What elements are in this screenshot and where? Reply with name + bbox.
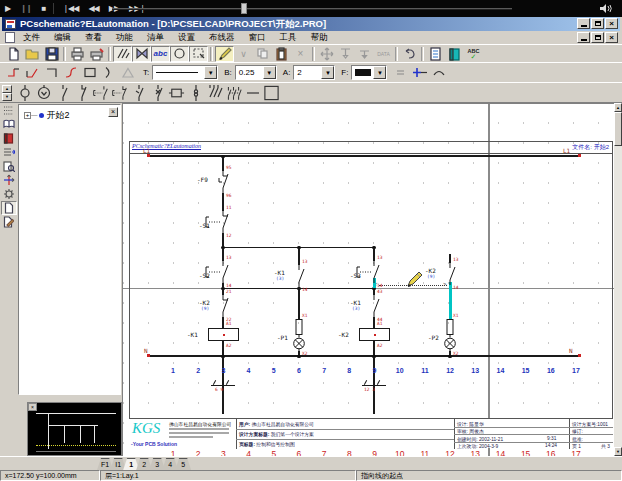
- page-data-button[interactable]: [426, 46, 445, 62]
- skip-back-icon[interactable]: ❘◀◀: [57, 4, 83, 13]
- draw-pencil-button[interactable]: [215, 46, 234, 62]
- child-close-button[interactable]: ×: [605, 32, 618, 43]
- v-tool-button[interactable]: ∨: [234, 46, 253, 62]
- symbol-switch-nc[interactable]: [72, 85, 91, 101]
- paste-button[interactable]: [272, 46, 291, 62]
- minimize-button[interactable]: [577, 18, 590, 29]
- document-icon[interactable]: [5, 32, 15, 43]
- open-button[interactable]: [23, 46, 42, 62]
- symbol-plug[interactable]: [186, 85, 205, 101]
- data-button[interactable]: DATA: [374, 46, 393, 62]
- move-tool-button[interactable]: [317, 46, 336, 62]
- symbols-tool-button[interactable]: [132, 46, 151, 62]
- transfer-down-button[interactable]: [336, 46, 355, 62]
- print-setup-button[interactable]: [87, 46, 106, 62]
- component-k2-no-contact[interactable]: [443, 263, 457, 285]
- settings-gear-button[interactable]: [1, 187, 17, 201]
- angle-select[interactable]: 2▼: [293, 65, 335, 80]
- title-bar[interactable]: PCschematic?ELautomation - [D:\PCSELCAD\…: [2, 17, 620, 31]
- lines-tool-button[interactable]: [113, 46, 132, 62]
- router-direction-button[interactable]: [1, 173, 17, 187]
- new-document-button[interactable]: [4, 46, 23, 62]
- color-select[interactable]: ▼: [351, 65, 387, 80]
- volume-icon[interactable]: [599, 3, 613, 14]
- play-icon[interactable]: ▶: [0, 4, 15, 13]
- component-p2-lamp[interactable]: [443, 319, 457, 353]
- object-list-button[interactable]: [1, 145, 17, 159]
- menu-item[interactable]: 功能: [109, 32, 140, 44]
- palette-scroll-down[interactable]: ▼: [2, 93, 12, 101]
- circle-tool-button[interactable]: [170, 46, 189, 62]
- component-k1-no-contact[interactable]: [292, 265, 306, 287]
- line-type-select[interactable]: ▼: [152, 65, 218, 80]
- symbol-box[interactable]: [262, 85, 281, 101]
- delete-button[interactable]: ×: [291, 46, 310, 62]
- page-tab[interactable]: F1: [97, 458, 113, 470]
- open-book-button[interactable]: [1, 117, 17, 131]
- symbol-menu-button[interactable]: [1, 103, 17, 117]
- arc-tool-button[interactable]: [99, 65, 118, 81]
- undo-button[interactable]: [400, 46, 419, 62]
- menu-item[interactable]: 设置: [171, 32, 202, 44]
- zoom-page-button[interactable]: [1, 159, 17, 173]
- component-k2-coil[interactable]: [359, 328, 390, 341]
- page-edit-button[interactable]: [1, 215, 17, 229]
- symbol-terminal-circle[interactable]: [15, 85, 34, 101]
- print-button[interactable]: [68, 46, 87, 62]
- component-k2-nc-contact[interactable]: [216, 295, 230, 317]
- child-minimize-button[interactable]: [577, 32, 590, 43]
- menu-item[interactable]: 编辑: [47, 32, 78, 44]
- component-p1-lamp[interactable]: [292, 319, 306, 353]
- palette-scroll-up[interactable]: ▲: [2, 85, 12, 93]
- rectangle-tool-button[interactable]: [80, 65, 99, 81]
- symbol-contactor-3pole[interactable]: [224, 85, 243, 101]
- menu-item[interactable]: 窗口: [242, 32, 273, 44]
- menu-item[interactable]: 工具: [273, 32, 304, 44]
- component-catalog-button[interactable]: [1, 131, 17, 145]
- symbol-motor[interactable]: [34, 85, 53, 101]
- scroll-down-icon[interactable]: ▼: [614, 447, 622, 456]
- page-tab[interactable]: 5: [175, 458, 191, 470]
- scroll-up-icon[interactable]: ▲: [614, 103, 622, 112]
- stop-icon[interactable]: ■: [37, 4, 51, 13]
- panel-close-icon[interactable]: ×: [108, 107, 118, 117]
- symbol-contact-arrow[interactable]: [129, 85, 148, 101]
- close-button[interactable]: ×: [605, 18, 618, 29]
- corner-tool-button[interactable]: [42, 65, 61, 81]
- tree-root-item[interactable]: +─开始2: [19, 105, 120, 122]
- symbol-line[interactable]: [243, 85, 262, 101]
- save-button[interactable]: [42, 46, 61, 62]
- menu-item[interactable]: 布线器: [202, 32, 242, 44]
- spellcheck-button[interactable]: ABC✓: [464, 46, 483, 62]
- symbol-coil[interactable]: [167, 85, 186, 101]
- parallel-lines-button[interactable]: [391, 65, 410, 81]
- curve-tool-button[interactable]: [61, 65, 80, 81]
- symbol-switch-no[interactable]: [53, 85, 72, 101]
- component-k1-no-contact[interactable]: [367, 295, 381, 317]
- arc-mode-button[interactable]: [429, 65, 448, 81]
- text-tool-button[interactable]: abc: [151, 46, 170, 62]
- symbol-pushbutton-nc[interactable]: [110, 85, 129, 101]
- vertical-scrollbar[interactable]: ▲ ▼: [614, 103, 622, 456]
- overview-close-icon[interactable]: ×: [28, 403, 37, 411]
- polyline-tool-button[interactable]: [4, 65, 23, 81]
- snap-cross-button[interactable]: [410, 65, 429, 81]
- copy-button[interactable]: [253, 46, 272, 62]
- symbol-contact-x[interactable]: [148, 85, 167, 101]
- triangle-tool-button[interactable]: [118, 65, 137, 81]
- component-f9-overload-contact[interactable]: [216, 171, 230, 193]
- area-select-tool-button[interactable]: [189, 46, 208, 62]
- scrollbar-thumb[interactable]: [614, 112, 622, 146]
- seek-slider-thumb[interactable]: [241, 3, 247, 14]
- symbol-three-phase[interactable]: [205, 85, 224, 101]
- menu-item[interactable]: 查看: [78, 32, 109, 44]
- overview-window[interactable]: ×: [27, 402, 122, 456]
- tree-expand-icon[interactable]: +: [24, 112, 31, 119]
- menu-item[interactable]: 文件: [16, 32, 47, 44]
- symbol-pushbutton-no[interactable]: [91, 85, 110, 101]
- rewind-icon[interactable]: ◀◀: [83, 4, 103, 13]
- menu-item[interactable]: 清单: [140, 32, 171, 44]
- restore-button[interactable]: [591, 18, 604, 29]
- angled-line-tool-button[interactable]: [23, 65, 42, 81]
- line-width-select[interactable]: 0.25▼: [235, 65, 277, 80]
